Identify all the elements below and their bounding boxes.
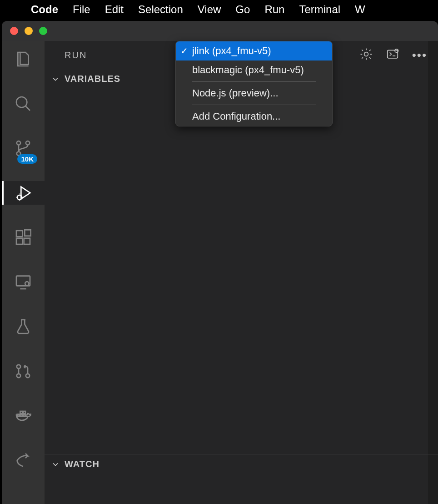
dropdown-option-add-configuration[interactable]: Add Configuration... bbox=[176, 107, 332, 126]
dropdown-separator bbox=[192, 81, 316, 82]
variables-section-label: VARIABLES bbox=[65, 74, 120, 84]
app-window: 10K bbox=[2, 21, 438, 504]
menubar-item-window-truncated[interactable]: W bbox=[355, 3, 365, 16]
svg-point-1 bbox=[17, 141, 20, 145]
svg-point-19 bbox=[364, 52, 368, 56]
menubar-item-edit[interactable]: Edit bbox=[105, 3, 124, 16]
editor-area-edge bbox=[428, 41, 438, 504]
activity-search[interactable] bbox=[2, 92, 45, 116]
activity-github-pr[interactable] bbox=[2, 359, 45, 383]
debug-console-icon bbox=[386, 47, 399, 61]
run-debug-icon bbox=[15, 184, 33, 202]
scm-badge: 10K bbox=[17, 154, 37, 164]
svg-rect-9 bbox=[16, 276, 30, 286]
watch-section-label: WATCH bbox=[65, 459, 100, 469]
menubar-item-go[interactable]: Go bbox=[235, 3, 250, 16]
svg-rect-7 bbox=[24, 238, 30, 244]
gear-icon bbox=[359, 47, 373, 61]
window-titlebar bbox=[2, 21, 438, 41]
chevron-down-icon bbox=[51, 460, 60, 469]
window-close-button[interactable] bbox=[10, 27, 18, 35]
remote-explorer-icon bbox=[14, 273, 32, 291]
extensions-icon bbox=[14, 228, 32, 247]
activity-explorer[interactable] bbox=[2, 47, 45, 71]
dropdown-option-blackmagic[interactable]: blackmagic (px4_fmu-v5) bbox=[176, 60, 332, 80]
debug-console-button[interactable] bbox=[386, 47, 399, 63]
menubar-item-view[interactable]: View bbox=[198, 3, 221, 16]
svg-rect-20 bbox=[387, 50, 398, 58]
chevron-down-icon bbox=[51, 75, 60, 84]
menubar-item-selection[interactable]: Selection bbox=[138, 3, 183, 16]
watch-section-header[interactable]: WATCH bbox=[45, 454, 438, 474]
svg-point-11 bbox=[17, 365, 20, 368]
svg-point-0 bbox=[16, 97, 27, 107]
activity-bar: 10K bbox=[2, 41, 45, 504]
activity-docker[interactable] bbox=[2, 404, 45, 428]
svg-point-2 bbox=[26, 141, 30, 145]
svg-rect-17 bbox=[20, 411, 22, 413]
docker-icon bbox=[14, 407, 32, 425]
svg-point-13 bbox=[26, 374, 30, 378]
dropdown-separator bbox=[192, 105, 316, 105]
dropdown-option-jlink[interactable]: jlink (px4_fmu-v5) bbox=[176, 41, 332, 60]
menubar-item-run[interactable]: Run bbox=[264, 3, 284, 16]
menubar-item-terminal[interactable]: Terminal bbox=[299, 3, 340, 16]
window-body: 10K bbox=[2, 41, 438, 504]
svg-rect-6 bbox=[16, 238, 22, 244]
activity-remote-explorer[interactable] bbox=[2, 270, 45, 294]
svg-rect-5 bbox=[16, 231, 22, 237]
git-pull-request-icon bbox=[14, 362, 32, 380]
activity-live-share[interactable] bbox=[2, 449, 45, 472]
svg-rect-18 bbox=[23, 411, 25, 413]
activity-source-control[interactable]: 10K bbox=[2, 136, 45, 160]
activity-run-debug[interactable] bbox=[2, 181, 45, 205]
svg-point-12 bbox=[17, 374, 20, 378]
window-minimize-button[interactable] bbox=[25, 27, 33, 35]
more-actions-button[interactable]: ••• bbox=[412, 49, 427, 61]
open-launch-json-button[interactable] bbox=[359, 47, 373, 63]
activity-testing[interactable] bbox=[2, 315, 45, 338]
svg-rect-8 bbox=[25, 230, 30, 236]
run-sidebar: RUN ••• VARIABLES jlink (px4_fmu-v5) bbox=[45, 41, 438, 504]
sidebar-title: RUN bbox=[65, 50, 87, 60]
svg-point-10 bbox=[25, 282, 29, 285]
activity-extensions[interactable] bbox=[2, 226, 45, 249]
menubar-item-file[interactable]: File bbox=[73, 3, 90, 16]
live-share-icon bbox=[14, 451, 32, 469]
dropdown-option-nodejs-preview[interactable]: Node.js (preview)... bbox=[176, 84, 332, 103]
watch-section: WATCH bbox=[45, 454, 438, 474]
window-zoom-button[interactable] bbox=[39, 27, 47, 35]
menubar-app-name[interactable]: Code bbox=[31, 3, 58, 16]
launch-config-dropdown[interactable]: jlink (px4_fmu-v5) blackmagic (px4_fmu-v… bbox=[175, 41, 333, 126]
macos-menubar: Code File Edit Selection View Go Run Ter… bbox=[0, 0, 438, 19]
search-icon bbox=[14, 95, 32, 113]
beaker-icon bbox=[14, 318, 32, 336]
files-icon bbox=[14, 50, 32, 68]
